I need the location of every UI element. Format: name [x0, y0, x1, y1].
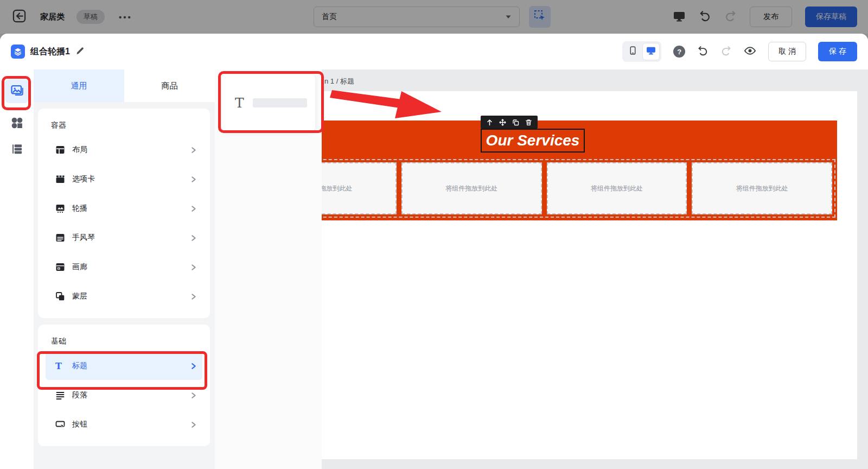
draft-status-badge: 草稿 [76, 10, 105, 24]
left-icon-rail [0, 69, 34, 469]
monitor-icon [673, 10, 686, 24]
panel-tabs: 通用 商品 [34, 69, 215, 102]
section-title: 基础 [38, 329, 210, 351]
save-button[interactable]: 保 存 [818, 42, 857, 61]
tab-general[interactable]: 通用 [34, 69, 124, 102]
redo-icon [720, 45, 732, 58]
breadcrumb[interactable]: n 1 / 标题 [324, 77, 354, 86]
chevron-right-icon [190, 147, 197, 154]
editor-body: 通用 商品 容器 布局 [0, 69, 868, 469]
editor-undo-button[interactable] [697, 45, 709, 58]
component-item-label: 布局 [72, 145, 87, 155]
redo-icon [724, 10, 737, 24]
tabs-icon [55, 174, 65, 184]
heading-icon: T [55, 361, 65, 371]
dropzone[interactable]: 将组件拖放到此处 [547, 162, 687, 214]
drag-move-icon[interactable] [499, 119, 506, 126]
chevron-right-icon [190, 205, 197, 212]
widgets-clover-icon[interactable] [10, 116, 24, 130]
selection-toolbar [481, 116, 538, 129]
dropzone-row: 将组件拖放到此处 将组件拖放到此处 将组件拖放到此处 将组件拖放到此处 [322, 159, 835, 218]
mask-icon [55, 291, 65, 301]
chevron-right-icon [190, 293, 197, 300]
component-item-paragraph[interactable]: 段落 [46, 381, 202, 409]
component-item-label: 标题 [72, 361, 87, 371]
component-item-carousel[interactable]: 轮播 [46, 194, 202, 223]
preview-monitor-button[interactable] [673, 10, 686, 24]
redo-button[interactable] [724, 10, 737, 24]
top-bar: 家居类 草稿 ••• 首页 [0, 0, 868, 34]
banner-title-text: Our Services [486, 132, 580, 149]
selected-heading-element[interactable]: Our Services [481, 129, 585, 153]
gallery-icon [55, 262, 65, 272]
desktop-icon [646, 45, 656, 58]
preview-eye-button[interactable] [744, 45, 756, 59]
chevron-right-icon [190, 421, 197, 428]
component-item-button[interactable]: 按钮 [46, 410, 202, 439]
duplicate-icon[interactable] [512, 119, 519, 126]
banner-section[interactable]: Our Services 将组件拖放到此处 将组件拖放到此处 将组件拖放到此处 … [322, 121, 837, 220]
undo-button[interactable] [699, 10, 711, 24]
heading-preview-placeholder-bar [253, 98, 307, 107]
heading-component-preview[interactable]: T [221, 74, 316, 131]
help-button[interactable]: ? [673, 46, 685, 58]
component-item-gallery[interactable]: 画廊 [46, 253, 202, 281]
component-item-label: 蒙层 [72, 291, 87, 301]
components-tab-button[interactable] [5, 79, 29, 103]
component-item-layout[interactable]: 布局 [46, 136, 202, 164]
chevron-right-icon [190, 176, 197, 183]
dropzone[interactable]: 将组件拖放到此处 [692, 162, 832, 214]
delete-icon[interactable] [525, 119, 532, 126]
page-selector-value: 首页 [322, 12, 337, 22]
project-title: 家居类 [40, 12, 65, 22]
editor-header: 组合轮播1 [0, 34, 868, 69]
component-title: 组合轮播1 [30, 46, 70, 58]
dropzone[interactable]: 将组件拖放到此处 [322, 162, 397, 214]
component-editor-modal: 组合轮播1 [0, 34, 868, 469]
image-components-icon [10, 84, 24, 99]
pencil-icon [75, 46, 85, 58]
chevron-right-icon [190, 363, 197, 370]
component-item-label: 手风琴 [72, 233, 95, 243]
artboard[interactable]: Our Services 将组件拖放到此处 将组件拖放到此处 将组件拖放到此处 … [322, 91, 857, 459]
chevron-right-icon [190, 264, 197, 271]
component-item-label: 画廊 [72, 262, 87, 272]
back-button[interactable] [11, 9, 27, 25]
section-title: 容器 [38, 113, 210, 135]
cancel-button[interactable]: 取 消 [768, 42, 806, 61]
page-builder-app: 家居类 草稿 ••• 首页 [0, 0, 868, 469]
layout-icon [55, 145, 65, 155]
editor-redo-button[interactable] [720, 45, 732, 58]
device-toggle [622, 41, 661, 62]
heading-preview-glyph: T [235, 95, 244, 111]
component-item-mask[interactable]: 蒙层 [46, 282, 202, 310]
save-draft-button[interactable]: 保存草稿 [805, 7, 857, 27]
component-item-label: 选项卡 [72, 174, 95, 184]
component-variants-panel: T [215, 69, 322, 469]
component-item-accordion[interactable]: 手风琴 [46, 224, 202, 252]
paragraph-icon [55, 390, 65, 400]
carousel-icon [55, 204, 65, 213]
back-icon [12, 9, 27, 25]
canvas-workspace: n 1 / 标题 [322, 69, 868, 469]
layer-list-icon[interactable] [11, 143, 23, 155]
mobile-view-button[interactable] [624, 43, 641, 60]
marquee-cursor-icon [534, 10, 546, 24]
page-selector-dropdown[interactable]: 首页 [314, 7, 520, 27]
chevron-down-icon [505, 12, 512, 21]
publish-button[interactable]: 发布 [750, 7, 792, 27]
move-up-icon[interactable] [486, 119, 493, 126]
eye-icon [744, 45, 756, 59]
more-menu-button[interactable]: ••• [119, 12, 132, 22]
basic-section-card: 基础 T 标题 段落 [38, 325, 210, 446]
chevron-right-icon [190, 392, 197, 399]
component-item-tabs[interactable]: 选项卡 [46, 165, 202, 193]
desktop-view-button[interactable] [642, 43, 660, 60]
tab-products[interactable]: 商品 [124, 69, 215, 102]
rename-button[interactable] [75, 46, 85, 58]
component-item-heading[interactable]: T 标题 [46, 352, 202, 380]
selection-tool-button[interactable] [529, 6, 551, 28]
component-item-label: 段落 [72, 390, 87, 400]
container-section-card: 容器 布局 选项卡 [38, 109, 210, 318]
dropzone[interactable]: 将组件拖放到此处 [401, 162, 542, 214]
